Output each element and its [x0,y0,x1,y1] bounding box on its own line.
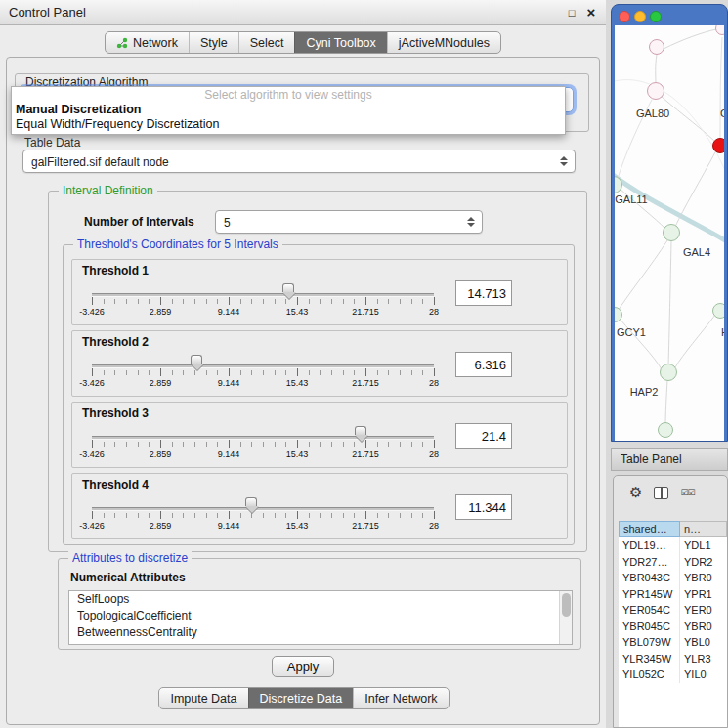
threshold-3-slider-thumb[interactable] [355,426,368,442]
table-cell[interactable]: YPR1 [680,586,727,603]
attributes-list: SelfLoops TopologicalCoefficient Between… [68,590,573,645]
tab-jactivemnodules[interactable]: jActiveMNodules [387,32,500,53]
tab-label: Select [250,36,284,50]
table-data-combobox[interactable]: galFiltered.sif default node [22,150,576,173]
network-node[interactable] [712,303,724,319]
network-node[interactable] [649,39,664,55]
tab-discretize-data[interactable]: Discretize Data [248,688,354,708]
threshold-2-slider-thumb[interactable] [191,355,204,370]
tick-label: 21.715 [352,450,379,459]
algorithm-dropdown-popup: Select algorithm to view settings Manual… [11,86,566,135]
tick-label: 9.144 [218,378,240,388]
network-canvas[interactable]: GAL80 GA GAL11 GAL4 GCY1 H HAP2 [615,25,724,441]
table-row[interactable]: YIL052C YIL0 [619,666,727,683]
list-item[interactable]: BetweennessCentrality [69,624,572,641]
table-cell[interactable]: YDL19… [619,537,680,554]
column-header-shared-name[interactable]: shared… [619,521,680,537]
network-node[interactable] [658,422,673,438]
threshold-3-label: Threshold 3 [82,407,149,420]
threshold-4-label: Threshold 4 [82,478,149,492]
network-node-hap2[interactable] [660,364,677,381]
thresholds-group: Threshold's Coordinates for 5 Intervals … [63,244,575,545]
table-cell[interactable]: YIL0 [680,666,727,683]
combo-arrows-icon [560,156,568,166]
close-window-icon[interactable]: × [582,0,600,25]
tab-select[interactable]: Select [238,32,295,53]
tab-infer-network[interactable]: Infer Network [353,688,448,708]
gear-icon[interactable]: ⚙ [629,483,642,502]
table-cell[interactable]: YIL052C [619,666,680,683]
algorithm-option-equal-width[interactable]: Equal Width/Frequency Discretization [12,117,565,132]
table-cell[interactable]: YBR0 [680,619,727,635]
list-item[interactable]: SelfLoops [69,591,572,608]
threshold-4-value-field[interactable] [455,494,512,520]
tab-style[interactable]: Style [189,32,238,53]
table-row[interactable]: YPR145W YPR1 [619,586,727,603]
zoom-button[interactable] [650,11,662,22]
list-scrollbar[interactable] [559,591,572,644]
threshold-3-slider-track[interactable] [92,436,434,440]
threshold-1-value-field[interactable] [455,280,512,306]
table-cell[interactable]: YPR145W [619,586,680,603]
network-node-selected[interactable] [712,138,724,153]
apply-button[interactable]: Apply [272,656,334,677]
tick-label: -3.426 [79,521,105,531]
table-cell[interactable]: YLR345W [619,651,680,667]
network-node-gal80[interactable] [647,82,664,100]
tick-label: 9.144 [218,521,240,531]
table-cell[interactable]: YBR0 [680,570,727,586]
tab-impute-data[interactable]: Impute Data [159,688,247,708]
tick-label: 9.144 [218,307,240,317]
minimize-button[interactable] [634,11,646,22]
threshold-1-slider-thumb[interactable] [282,283,296,299]
threshold-1-label: Threshold 1 [82,264,149,278]
float-window-icon[interactable]: □ [563,0,580,25]
tick-label: 21.715 [352,307,379,317]
threshold-2-value-field[interactable] [455,352,512,377]
number-of-intervals-combobox[interactable]: 5 [215,210,483,234]
columns-icon[interactable] [654,487,668,499]
table-cell[interactable]: YDR2 [680,554,727,571]
table-row[interactable]: YBL079W YBL0 [619,634,727,651]
network-node-gal4[interactable] [663,224,680,241]
table-row[interactable]: YDR27… YDR2 [619,554,727,571]
list-item[interactable]: TopologicalCoefficient [69,608,572,624]
table-row[interactable]: YBR043C YBR0 [619,570,727,586]
column-header-name[interactable]: n… [680,521,727,537]
table-cell[interactable]: YBR045C [619,619,680,635]
node-label: GAL80 [636,107,669,119]
tab-cyni-toolbox[interactable]: Cyni Toolbox [294,32,386,53]
numerical-attributes-label: Numerical Attributes [70,571,186,584]
close-button[interactable] [619,11,630,22]
bottom-tab-strip: Impute Data Discretize Data Infer Networ… [158,687,449,709]
table-cell[interactable]: YER054C [619,602,680,619]
algorithm-option-manual[interactable]: Manual Discretization [12,103,565,117]
table-row[interactable]: YBR045C YBR0 [619,619,727,635]
table-cell[interactable]: YBL079W [619,634,680,651]
table-row[interactable]: YDL19… YDL1 [619,537,727,554]
algorithm-placeholder: Select algorithm to view settings [12,88,565,103]
threshold-1-slider-track[interactable] [92,293,434,297]
table-panel-header[interactable]: Table Panel [611,448,728,471]
threshold-4-slider-track[interactable] [92,507,434,511]
table-cell[interactable]: YBL0 [680,634,727,651]
scrollbar-thumb[interactable] [562,593,571,617]
control-panel-titlebar[interactable]: Control Panel □ × [0,0,606,25]
table-cell[interactable]: YLR3 [680,651,727,667]
tick-marks [92,370,435,375]
table-row[interactable]: YLR345W YLR3 [619,651,727,667]
table-cell[interactable]: YBR043C [619,570,680,586]
threshold-4-slider-thumb[interactable] [245,497,259,513]
table-cell[interactable]: YDL1 [680,537,727,554]
app: Control Panel □ × Network Style [0,0,728,728]
tab-network[interactable]: Network [106,32,189,53]
threshold-2-slider-track[interactable] [92,364,434,368]
table-cell[interactable]: YDR27… [619,554,680,571]
select-columns-icon[interactable]: ☑☑ [680,488,694,497]
combo-arrows-icon [467,217,475,227]
table-cell[interactable]: YER0 [680,602,727,619]
table-row[interactable]: YER054C YER0 [619,602,727,619]
cyni-toolbox-panel: Discretization Algorithm Select algorith… [6,57,600,725]
threshold-3-value-field[interactable] [455,423,512,449]
tick-label: -3.426 [79,378,105,388]
